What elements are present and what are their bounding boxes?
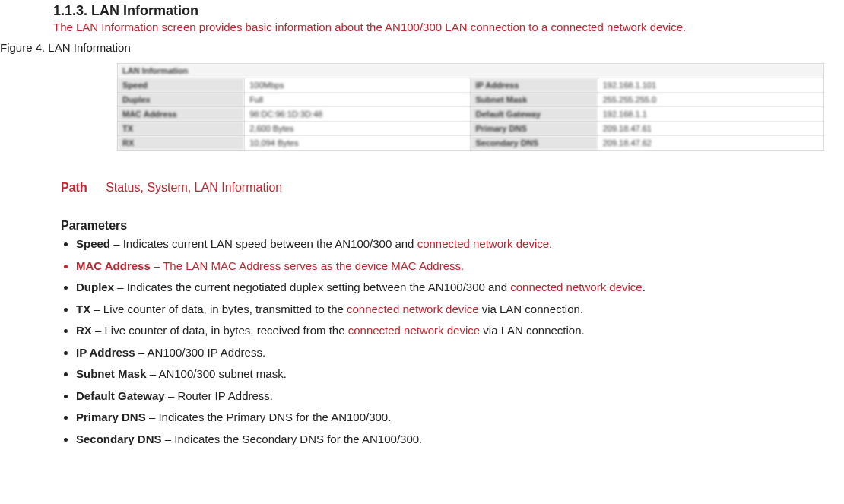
table-row: TX2,600 Bytes Primary DNS209.18.47.61 bbox=[118, 122, 824, 136]
figure-caption: Figure 4. LAN Information bbox=[0, 41, 844, 54]
figure-screenshot: LAN Information Speed100Mbps IP Address1… bbox=[18, 63, 824, 151]
param-speed: Speed – Indicates current LAN speed betw… bbox=[76, 236, 844, 252]
section-heading: 1.1.3. LAN Information bbox=[53, 3, 844, 19]
table-title: LAN Information bbox=[118, 64, 824, 78]
section-summary: The LAN Information screen provides basi… bbox=[53, 21, 844, 33]
param-mac: MAC Address – The LAN MAC Address serves… bbox=[76, 258, 844, 274]
parameters-list: Speed – Indicates current LAN speed betw… bbox=[61, 236, 844, 446]
path-value: Status, System, LAN Information bbox=[106, 181, 282, 194]
table-row: DuplexFull Subnet Mask255.255.255.0 bbox=[118, 93, 824, 107]
screenshot-sidebar bbox=[18, 63, 102, 147]
table-row: Speed100Mbps IP Address192.168.1.101 bbox=[118, 78, 824, 93]
path-line: Path Status, System, LAN Information bbox=[61, 181, 844, 195]
parameters-heading: Parameters bbox=[61, 219, 844, 233]
param-ip: IP Address – AN100/300 IP Address. bbox=[76, 345, 844, 360]
table-row: MAC Address98:DC:96:1D:3D:48 Default Gat… bbox=[118, 107, 824, 122]
table-row: RX10,094 Bytes Secondary DNS209.18.47.62 bbox=[118, 136, 824, 151]
param-rx: RX – Live counter of data, in bytes, rec… bbox=[76, 323, 844, 338]
lan-info-table: LAN Information Speed100Mbps IP Address1… bbox=[117, 63, 824, 151]
param-subnet: Subnet Mask – AN100/300 subnet mask. bbox=[76, 366, 844, 382]
param-sdns: Secondary DNS – Indicates the Secondary … bbox=[76, 432, 844, 447]
param-pdns: Primary DNS – Indicates the Primary DNS … bbox=[76, 410, 844, 425]
param-gateway: Default Gateway – Router IP Address. bbox=[76, 388, 844, 404]
param-tx: TX – Live counter of data, in bytes, tra… bbox=[76, 302, 844, 317]
param-duplex: Duplex – Indicates the current negotiate… bbox=[76, 280, 844, 295]
path-label: Path bbox=[61, 181, 87, 194]
